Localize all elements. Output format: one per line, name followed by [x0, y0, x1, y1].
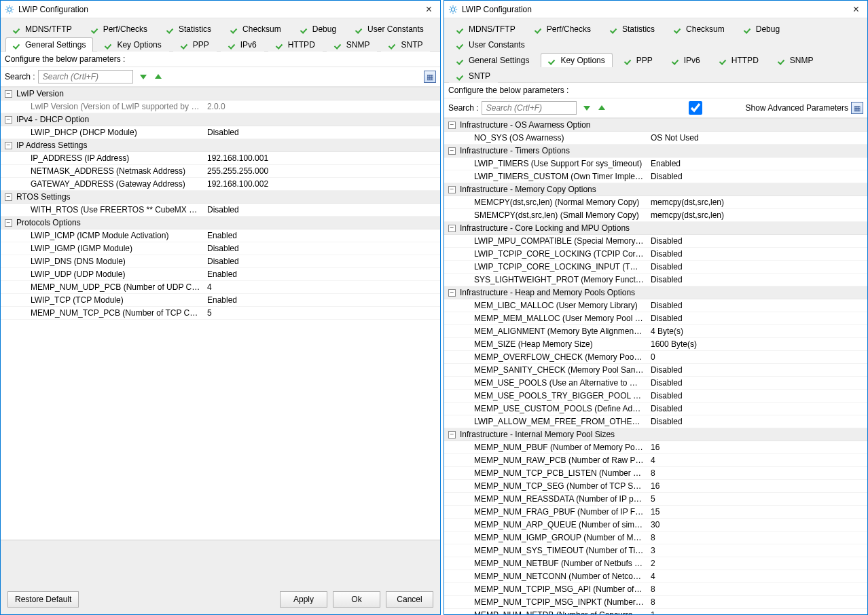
- param-value[interactable]: 15: [651, 507, 863, 517]
- param-value[interactable]: 1: [651, 610, 863, 614]
- param-value[interactable]: Disabled: [651, 404, 863, 413]
- tab-uconst[interactable]: User Constants: [449, 37, 532, 52]
- collapse-icon[interactable]: [448, 289, 456, 297]
- param-row[interactable]: MEMP_NUM_UDP_PCB (Number of UDP Connecti…: [1, 281, 440, 294]
- param-row[interactable]: MEMP_NUM_TCP_PCB (Number of TCP Connecti…: [1, 307, 440, 320]
- param-value[interactable]: Disabled: [651, 314, 863, 323]
- tab-key[interactable]: Key Options: [97, 37, 168, 52]
- param-value[interactable]: 16: [651, 481, 863, 491]
- param-value[interactable]: Disabled: [651, 365, 863, 375]
- param-group[interactable]: Infrastructure - OS Awarness Option: [444, 119, 867, 132]
- collapse-icon[interactable]: [5, 219, 12, 227]
- param-row[interactable]: MEMP_MEM_MALLOC (User Memory Pool Functi…: [444, 312, 867, 325]
- show-advanced-checkbox[interactable]: [648, 101, 743, 115]
- search-prev-icon[interactable]: [597, 103, 607, 113]
- tab-ppp[interactable]: PPP: [173, 37, 217, 52]
- param-value[interactable]: Disabled: [207, 128, 436, 137]
- param-value[interactable]: 8: [651, 597, 863, 607]
- param-value[interactable]: Disabled: [207, 205, 436, 215]
- search-prev-icon[interactable]: [153, 72, 163, 81]
- tab-cksum[interactable]: Checksum: [223, 22, 289, 36]
- tab-sntp[interactable]: SNTP: [381, 37, 430, 52]
- param-row[interactable]: MEM_USE_POOLS_TRY_BIGGER_POOL (Try Next …: [444, 390, 867, 403]
- collapse-icon[interactable]: [5, 90, 12, 98]
- param-value[interactable]: 192.168.100.001: [207, 153, 436, 163]
- param-group[interactable]: IP Address Settings: [1, 139, 440, 152]
- param-value[interactable]: 4: [207, 282, 436, 292]
- collapse-icon[interactable]: [448, 147, 456, 155]
- param-value[interactable]: 192.168.100.002: [207, 179, 436, 189]
- restore-default-button[interactable]: Restore Default: [7, 591, 79, 608]
- grid-view-icon[interactable]: ▦: [424, 71, 436, 83]
- collapse-icon[interactable]: [5, 142, 12, 149]
- param-group[interactable]: Protocols Options: [1, 217, 440, 229]
- param-value[interactable]: 4: [651, 572, 863, 581]
- param-value[interactable]: 2.0.0: [207, 102, 436, 111]
- param-row[interactable]: LWIP_UDP (UDP Module)Enabled: [1, 268, 440, 281]
- tab-general[interactable]: General Settings: [5, 37, 93, 52]
- cancel-button[interactable]: Cancel: [386, 591, 433, 608]
- param-group[interactable]: LwIP Version: [1, 88, 440, 100]
- search-next-icon[interactable]: [582, 103, 592, 113]
- param-row[interactable]: MEMP_NUM_SYS_TIMEOUT (Number of Timeouts…: [444, 544, 867, 557]
- param-row[interactable]: NO_SYS (OS Awarness)OS Not Used: [444, 132, 867, 145]
- param-row[interactable]: MEMCPY(dst,src,len) (Normal Memory Copy)…: [444, 196, 867, 209]
- tab-debug[interactable]: Debug: [293, 22, 344, 36]
- tab-mdns[interactable]: MDNS/TFTP: [449, 22, 523, 36]
- param-row[interactable]: MEMP_NUM_NETDB (Number of Concurrent lwi…: [444, 609, 867, 614]
- search-input[interactable]: [482, 101, 577, 115]
- tab-stats[interactable]: Statistics: [159, 22, 219, 36]
- param-value[interactable]: Disabled: [651, 417, 863, 426]
- tab-mdns[interactable]: MDNS/TFTP: [5, 22, 79, 36]
- param-row[interactable]: GATEWAY_ADDRESS (Gateway Address)192.168…: [1, 178, 440, 191]
- param-group[interactable]: Infrastructure - Timers Options: [444, 145, 867, 157]
- param-group[interactable]: RTOS Settings: [1, 191, 440, 204]
- param-row[interactable]: LWIP_TIMERS (Use Support For sys_timeout…: [444, 157, 867, 170]
- param-row[interactable]: LWIP_TCPIP_CORE_LOCKING (TCPIP Core Lock…: [444, 248, 867, 261]
- tab-perf[interactable]: Perf/Checks: [527, 22, 598, 36]
- collapse-icon[interactable]: [448, 186, 456, 193]
- param-group[interactable]: Infrastructure - Heap and Memory Pools O…: [444, 286, 867, 299]
- tree-left[interactable]: LwIP VersionLwIP Version (Version of LwI…: [1, 87, 440, 540]
- param-row[interactable]: MEMP_NUM_ARP_QUEUE (Number of simulateou…: [444, 519, 867, 532]
- tab-uconst[interactable]: User Constants: [348, 22, 431, 36]
- param-row[interactable]: NETMASK_ADDRESS (Netmask Address)255.255…: [1, 165, 440, 178]
- collapse-icon[interactable]: [448, 225, 456, 232]
- param-row[interactable]: LWIP_DHCP (DHCP Module)Disabled: [1, 126, 440, 139]
- tab-snmp[interactable]: SNMP: [770, 53, 821, 67]
- param-value[interactable]: 5: [651, 494, 863, 504]
- param-group[interactable]: Infrastructure - Memory Copy Options: [444, 183, 867, 196]
- param-value[interactable]: OS Not Used: [651, 133, 863, 143]
- param-row[interactable]: WITH_RTOS (Use FREERTOS ** CubeMX specif…: [1, 204, 440, 217]
- param-value[interactable]: Disabled: [651, 262, 863, 272]
- tab-sntp[interactable]: SNTP: [449, 69, 498, 83]
- param-value[interactable]: Disabled: [651, 249, 863, 259]
- param-row[interactable]: MEMP_NUM_TCPIP_MSG_INPKT (Number of TCPI…: [444, 596, 867, 609]
- param-value[interactable]: Disabled: [651, 236, 863, 246]
- param-row[interactable]: MEMP_NUM_FRAG_PBUF (Number of IP Fragmen…: [444, 506, 867, 519]
- param-value[interactable]: Disabled: [207, 244, 436, 253]
- param-row[interactable]: MEM_USE_POOLS (Use an Alternative to mal…: [444, 377, 867, 390]
- param-row[interactable]: MEMP_NUM_NETBUF (Number of Netbufs Struc…: [444, 557, 867, 570]
- tab-ipv6[interactable]: IPv6: [664, 53, 708, 67]
- param-value[interactable]: 0: [651, 352, 863, 362]
- show-advanced-toggle[interactable]: Show Advanced Parameters: [648, 101, 848, 115]
- param-value[interactable]: 8: [651, 584, 863, 594]
- tab-key[interactable]: Key Options: [541, 53, 612, 67]
- param-group[interactable]: Infrastructure - Internal Memory Pool Si…: [444, 428, 867, 441]
- collapse-icon[interactable]: [448, 431, 456, 439]
- param-value[interactable]: Enabled: [207, 269, 436, 279]
- collapse-icon[interactable]: [448, 122, 456, 129]
- tab-debug[interactable]: Debug: [736, 22, 787, 36]
- apply-button[interactable]: Apply: [280, 591, 327, 608]
- collapse-icon[interactable]: [5, 193, 12, 201]
- param-value[interactable]: 4 Byte(s): [651, 327, 863, 336]
- param-row[interactable]: MEMP_NUM_TCPIP_MSG_API (Number of TCPIP …: [444, 583, 867, 596]
- param-row[interactable]: MEM_SIZE (Heap Memory Size)1600 Byte(s): [444, 338, 867, 351]
- search-next-icon[interactable]: [139, 72, 148, 81]
- param-row[interactable]: MEMP_NUM_NETCONN (Number of Netconns Str…: [444, 570, 867, 583]
- param-value[interactable]: 8: [651, 533, 863, 542]
- tab-httpd[interactable]: HTTPD: [712, 53, 766, 67]
- param-row[interactable]: LWIP_TCP (TCP Module)Enabled: [1, 294, 440, 307]
- param-value[interactable]: Disabled: [651, 275, 863, 284]
